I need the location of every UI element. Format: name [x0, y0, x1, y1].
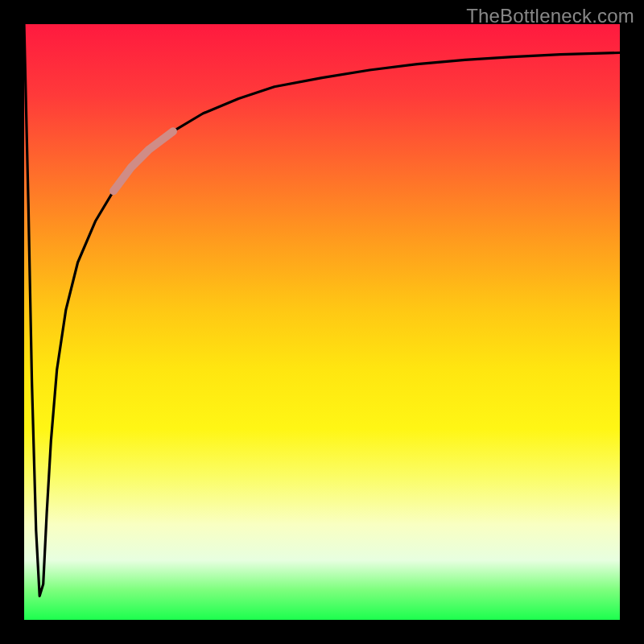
attribution-text: TheBottleneck.com: [466, 5, 634, 27]
highlight-segment: [114, 131, 173, 191]
bottleneck-curve: [24, 24, 620, 596]
curve-layer: [24, 24, 620, 620]
plot-area: [24, 24, 620, 620]
chart-frame: TheBottleneck.com: [0, 0, 644, 644]
